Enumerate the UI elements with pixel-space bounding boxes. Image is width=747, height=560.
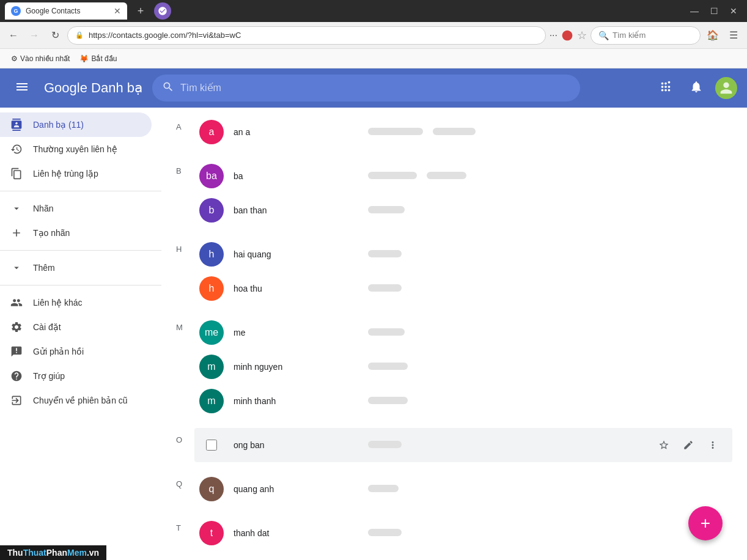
sidebar-item-feedback[interactable]: Gửi phản hồi [0, 339, 152, 364]
header-search-bar[interactable] [152, 75, 580, 101]
user-avatar[interactable] [715, 77, 737, 99]
bookmarks-bar: ⚙ Vào nhiều nhất 🦊 Bắt đầu [0, 49, 747, 68]
home-button[interactable]: 🏠 [704, 27, 721, 44]
sidebar-item-duplicates[interactable]: Liên hệ trùng lặp [0, 161, 152, 186]
contact-detail [368, 128, 727, 137]
history-icon [10, 142, 23, 156]
sidebar-item-other[interactable]: Liên hệ khác [0, 290, 152, 315]
sidebar-label-duplicates: Liên hệ trùng lặp [33, 169, 98, 179]
contact-name: ba [234, 171, 344, 181]
sidebar-item-frequently[interactable]: Thường xuyên liên hệ [0, 137, 152, 161]
sidebar-item-help[interactable]: Trợ giúp [0, 364, 152, 388]
tab-favicon: G [11, 6, 21, 16]
sidebar-create-label[interactable]: Tạo nhãn [0, 221, 152, 245]
settings-icon [10, 320, 23, 334]
header-search-icon [162, 81, 174, 96]
contact-row[interactable]: mminh thanh [194, 384, 732, 418]
contact-row[interactable]: baba [194, 159, 732, 193]
apps-button[interactable] [654, 75, 677, 101]
contact-name: minh thanh [234, 396, 344, 406]
sidebar-label-old-version: Chuyển về phiên bản cũ [33, 396, 128, 405]
contact-row-actions [654, 435, 723, 455]
reload-button[interactable]: ↻ [46, 27, 64, 44]
pocket-icon[interactable] [561, 29, 573, 42]
contact-detail [368, 206, 727, 215]
back-button[interactable]: ← [5, 27, 22, 44]
notifications-button[interactable] [685, 75, 708, 101]
section-letter-h: H [176, 237, 194, 254]
watermark: ThuThuatPhanMem.vn [0, 545, 106, 560]
section-contacts: mememminh nguyenmminh thanh [194, 315, 732, 418]
checkbox-input[interactable] [206, 440, 217, 451]
browser-search-bar[interactable]: 🔍 [591, 26, 701, 45]
add-icon [10, 226, 23, 240]
contact-detail [368, 529, 727, 538]
logo-google: Google [44, 80, 87, 96]
close-button[interactable]: ✕ [725, 2, 742, 20]
contact-row[interactable]: hhoa thu [194, 271, 732, 306]
sidebar-item-old-version[interactable]: Chuyển về phiên bản cũ [0, 388, 152, 413]
sidebar-label-contacts: Danh bạ (11) [33, 120, 84, 130]
contact-row[interactable]: hhai quang [194, 237, 732, 271]
sidebar-item-contacts[interactable]: Danh bạ (11) [0, 112, 152, 137]
more-expand-icon [10, 261, 23, 274]
hamburger-button[interactable] [10, 75, 34, 102]
contact-detail [368, 172, 727, 181]
contact-name: quang anh [234, 484, 344, 494]
contact-row[interactable]: ong ban [194, 428, 732, 462]
add-contact-fab[interactable]: + [688, 506, 723, 540]
section-letter-b: B [176, 159, 194, 175]
bookmark-item-frequent[interactable]: ⚙ Vào nhiều nhất [7, 53, 73, 64]
contact-detail [368, 284, 727, 293]
section-contacts: hhai quanghhoa thu [194, 237, 732, 306]
bookmark-item-start[interactable]: 🦊 Bắt đầu [76, 53, 120, 64]
contact-row[interactable]: aan a [194, 115, 732, 149]
minimize-button[interactable]: — [686, 2, 703, 20]
contact-row[interactable]: tthanh dat [194, 516, 732, 550]
menu-button[interactable]: ☰ [725, 27, 742, 44]
contact-avatar: a [199, 120, 224, 144]
contact-row[interactable]: mminh nguyen [194, 350, 732, 384]
exit-icon [10, 394, 23, 407]
section-contacts: qquang anh [194, 472, 732, 506]
edit-contact-button[interactable] [679, 435, 698, 455]
section-letter-m: M [176, 315, 194, 332]
new-tab-button[interactable]: + [132, 2, 149, 20]
contact-name: thanh dat [234, 528, 344, 538]
contact-avatar: h [199, 242, 224, 267]
tab-close-button[interactable]: ✕ [114, 6, 121, 16]
sidebar-labels-header[interactable]: Nhãn [0, 196, 161, 221]
browser-tab[interactable]: G Google Contacts ✕ [5, 2, 127, 20]
section-group-o: Oong ban [161, 421, 747, 465]
forward-button[interactable]: → [26, 27, 43, 44]
app-wrapper: Google Danh bạ [0, 68, 747, 560]
section-letter-t: T [176, 516, 194, 532]
browser-search-input[interactable] [613, 31, 686, 40]
bookmarks-btn[interactable]: ··· [550, 30, 557, 41]
contact-name: ban than [234, 205, 344, 215]
contact-checkbox[interactable] [199, 433, 224, 457]
section-group-q: Qqquang anh [161, 465, 747, 509]
contact-detail [368, 328, 727, 337]
section-letter-o: O [176, 428, 194, 444]
contact-avatar: b [199, 198, 224, 223]
sidebar-item-settings[interactable]: Cài đặt [0, 315, 152, 339]
contact-row[interactable]: bban than [194, 193, 732, 227]
star-icon[interactable]: ☆ [577, 29, 587, 42]
main-content: Danh bạ (11) Thường xuyên liên hệ Liên h… [0, 108, 747, 560]
star-contact-button[interactable] [654, 435, 674, 455]
contact-name: ong ban [234, 440, 344, 450]
bookmark-icon: ⚙ [11, 54, 18, 63]
toolbar-right: ··· ☆ [550, 29, 587, 42]
address-bar[interactable]: 🔒 https://contacts.google.com/?hl=vi&tab… [67, 26, 546, 45]
contact-row[interactable]: meme [194, 315, 732, 350]
section-group-a: Aaan a [161, 108, 747, 152]
contact-avatar: m [199, 355, 224, 379]
sidebar-more-header[interactable]: Thêm [0, 256, 161, 280]
maximize-button[interactable]: ☐ [705, 2, 723, 20]
contact-row[interactable]: qquang anh [194, 472, 732, 506]
header-search-input[interactable] [180, 83, 570, 94]
browser-search-icon: 🔍 [598, 31, 609, 40]
help-icon [10, 369, 23, 383]
more-options-button[interactable] [703, 435, 723, 455]
